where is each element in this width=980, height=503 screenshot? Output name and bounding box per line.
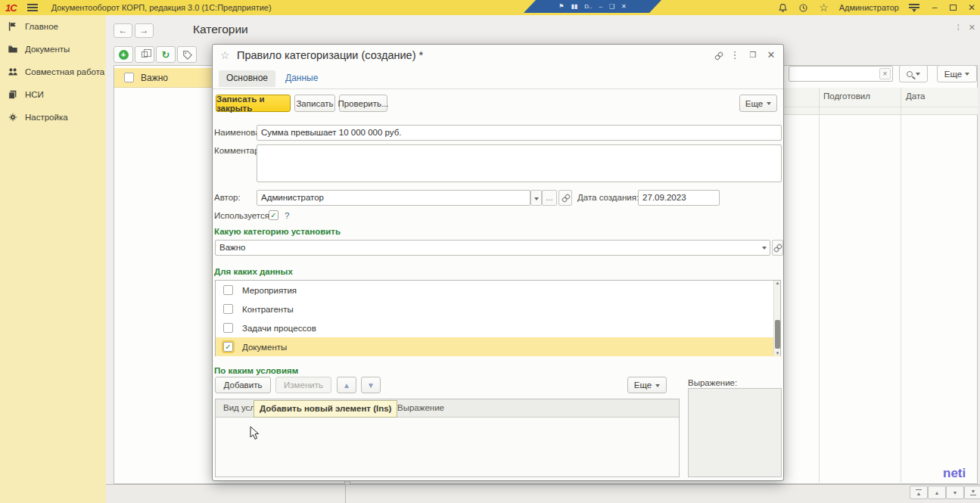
create-button[interactable]: +: [114, 46, 133, 63]
status-footer: [106, 484, 980, 503]
data-section-header: Для каких данных: [214, 267, 293, 276]
conditions-section-header: По каким условиям: [214, 366, 298, 375]
form-menu-icon[interactable]: ⁞: [957, 23, 960, 33]
recording-overlay: ⚑ ▮▮ D.. – ❑ ✕: [524, 0, 661, 13]
column-date[interactable]: Дата: [906, 92, 925, 101]
used-checkbox[interactable]: ✓: [269, 210, 278, 220]
list-item-events[interactable]: Мероприятия: [216, 281, 780, 300]
conditions-more-button[interactable]: Еще: [627, 377, 667, 393]
nav-back-button[interactable]: ←: [114, 23, 132, 38]
edit-condition-button[interactable]: Изменить: [275, 377, 331, 393]
scroll-down-arrow[interactable]: ▼: [775, 351, 780, 356]
item-checkbox[interactable]: ✓: [223, 342, 233, 352]
move-down-button[interactable]: ▼: [361, 377, 381, 393]
window-close-icon[interactable]: ✕: [966, 2, 977, 13]
link-icon: [562, 194, 570, 202]
sidebar-item-nsi[interactable]: НСИ: [0, 83, 106, 106]
move-up-button[interactable]: ▲: [337, 377, 356, 393]
item-label: Документы: [242, 343, 287, 352]
listbox-scrollbar[interactable]: ▲ ▼: [773, 281, 780, 356]
scroll-up-button[interactable]: ▲: [928, 486, 946, 499]
list-item-process-tasks[interactable]: Задачи процессов: [216, 318, 780, 337]
sidebar-item-label: НСИ: [25, 90, 44, 99]
used-help-icon[interactable]: ?: [285, 211, 289, 220]
flag-icon: [8, 21, 18, 32]
chevron-down-icon[interactable]: [762, 247, 767, 252]
window-restore-icon[interactable]: [950, 5, 957, 11]
overlay-minimize-icon: –: [599, 4, 602, 10]
author-choose-button[interactable]: …: [542, 190, 557, 206]
scroll-down-button[interactable]: ▼: [946, 486, 964, 499]
item-checkbox[interactable]: [223, 304, 233, 314]
current-user-label[interactable]: Администратор: [839, 3, 899, 12]
set-category-button[interactable]: [177, 46, 197, 63]
overlay-restore-icon: ❑: [609, 4, 614, 10]
search-clear-icon[interactable]: ×: [879, 68, 891, 79]
dialog-more-button[interactable]: Еще: [739, 95, 777, 112]
search-icon: [907, 71, 913, 77]
add-condition-button[interactable]: Добавить: [215, 377, 271, 393]
copy-button[interactable]: [135, 46, 154, 63]
history-clock-icon[interactable]: [798, 2, 809, 13]
scroll-first-button[interactable]: ▲: [910, 486, 928, 499]
author-dropdown-button[interactable]: [530, 190, 542, 206]
column-expression[interactable]: Выражение: [397, 403, 444, 412]
sidebar-item-main[interactable]: Главное: [0, 15, 106, 38]
list-more-button[interactable]: Еще: [937, 65, 977, 82]
scroll-up-arrow[interactable]: ▲: [775, 281, 780, 285]
item-label: Задачи процессов: [242, 324, 316, 333]
item-checkbox[interactable]: [223, 285, 233, 295]
category-combo[interactable]: Важно: [215, 240, 770, 256]
add-icon: +: [119, 50, 129, 60]
nav-forward-button[interactable]: →: [135, 23, 154, 38]
notifications-bell-icon[interactable]: [778, 2, 789, 13]
author-open-link-button[interactable]: [558, 190, 572, 206]
column-divider[interactable]: [901, 88, 901, 483]
expression-textarea[interactable]: [688, 388, 782, 477]
sidebar-item-collaboration[interactable]: Совместная работа: [0, 61, 106, 83]
column-prepared-by[interactable]: Подготовил: [823, 92, 870, 101]
arrow-up-icon: ▲: [935, 490, 940, 495]
comment-textarea[interactable]: [257, 144, 782, 182]
favorite-star-icon[interactable]: ☆: [220, 49, 230, 61]
refresh-button[interactable]: ↻: [156, 46, 176, 63]
author-input[interactable]: Администратор: [257, 190, 530, 206]
dialog-close-icon[interactable]: ✕: [765, 50, 777, 61]
row-checkbox[interactable]: [124, 73, 134, 82]
item-checkbox[interactable]: [223, 323, 233, 333]
tab-data[interactable]: Данные: [278, 70, 325, 87]
window-minimize-icon[interactable]: –: [929, 2, 940, 13]
scroll-last-button[interactable]: ▼: [964, 486, 980, 499]
arrow-down-icon: ▼: [953, 490, 958, 495]
overlay-flag-icon: ⚑: [558, 4, 564, 10]
list-item-documents[interactable]: ✓ Документы: [216, 337, 780, 356]
sidebar-item-label: Совместная работа: [25, 67, 104, 76]
search-input[interactable]: ×: [789, 66, 893, 82]
sidebar-item-settings[interactable]: Настройка: [0, 106, 106, 129]
sidebar-item-documents[interactable]: Документы: [0, 38, 106, 61]
arrow-up-icon: ▲: [343, 381, 350, 390]
dialog-maximize-icon[interactable]: ❒: [747, 50, 759, 61]
search-button[interactable]: [899, 65, 928, 82]
column-divider[interactable]: [819, 88, 820, 483]
tab-main[interactable]: Основное: [219, 70, 275, 87]
name-input[interactable]: Сумма превышает 10 000 000 руб.: [257, 125, 782, 141]
get-link-icon[interactable]: [712, 51, 724, 62]
category-section-header: Какую категорию установить: [214, 227, 341, 236]
categorization-rule-dialog: ☆ Правило категоризации (создание) * ⋮ ❒…: [212, 44, 784, 481]
service-menu-icon[interactable]: [909, 3, 919, 12]
main-menu-icon[interactable]: [27, 4, 38, 11]
created-date-input[interactable]: 27.09.2023: [638, 190, 720, 206]
scrollbar-thumb[interactable]: [775, 320, 780, 349]
save-button[interactable]: Записать: [294, 95, 335, 112]
category-open-link-button[interactable]: [772, 240, 783, 256]
check-button[interactable]: Проверить...: [339, 95, 387, 112]
copy-icon: [142, 51, 148, 57]
save-and-close-button[interactable]: Записать и закрыть: [216, 95, 291, 112]
item-label: Мероприятия: [242, 286, 297, 295]
favorites-star-icon[interactable]: ☆: [819, 2, 829, 13]
form-close-icon[interactable]: ✕: [969, 23, 975, 33]
dialog-menu-icon[interactable]: ⋮: [729, 50, 741, 61]
list-item-counterparties[interactable]: Контрагенты: [216, 300, 780, 318]
column-condition-kind[interactable]: Вид усл: [223, 403, 255, 412]
